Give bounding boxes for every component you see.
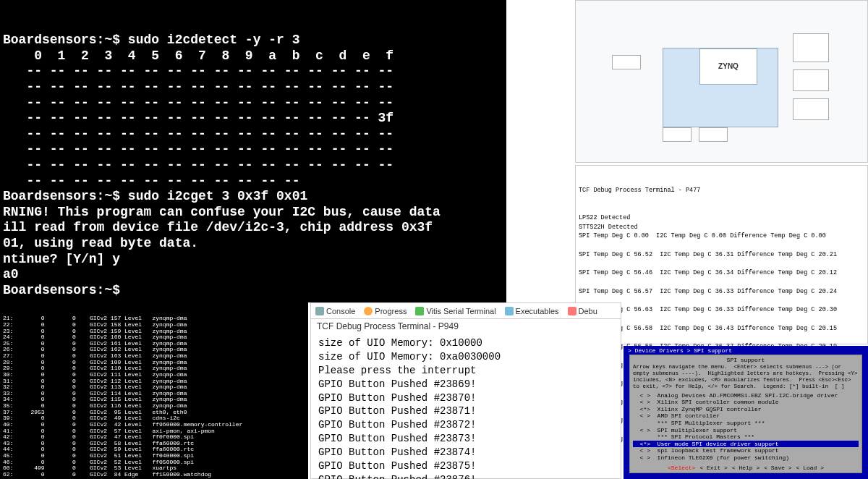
tab-console[interactable]: Console [315,307,355,315]
menuconfig-item[interactable]: < > SPI multiplexer support [633,427,859,434]
diag-block [793,33,829,62]
menuconfig-list[interactable]: < > Analog Devices AD-FMCOMMS1-EBZ SPI-I… [633,392,859,462]
menuconfig-button[interactable]: < Load > [796,465,824,472]
zynq-chip-block: ZYNQ [663,48,778,127]
menuconfig-button[interactable]: < Exit > [699,465,727,472]
menuconfig-button[interactable]: <Select> [668,465,695,472]
menuconfig-item[interactable]: *** SPI Protocol Masters *** [633,433,859,441]
menuconfig-breadcrumb: > Device Drivers > SPI support [625,347,867,354]
tab-serial-terminal[interactable]: Vitis Serial Terminal [415,307,495,315]
console-icon [315,307,324,315]
kernel-menuconfig[interactable]: > Device Drivers > SPI support SPI suppo… [624,346,868,479]
diag-block [699,127,728,142]
tab-executables[interactable]: Executables [505,307,559,315]
vitis-tabbar: Console Progress Vitis Serial Terminal E… [311,303,621,319]
debug-icon [568,307,576,315]
i2c-terminal[interactable]: Boardsensors:~$ sudo i2cdetect -y -r 3 0… [0,0,506,302]
zynq-label: ZYNQ [699,48,757,85]
menuconfig-item[interactable]: < > Xilinx SPI controller common module [633,399,859,406]
menuconfig-button[interactable]: < Help > [732,465,760,472]
diag-block [612,55,641,69]
tab-progress[interactable]: Progress [364,307,407,315]
executables-icon [505,307,514,315]
menuconfig-item[interactable]: *** SPI Multiplexer support *** [633,420,859,427]
menuconfig-item[interactable]: <*> Xilinx ZynqMP GQSPI controller [633,406,859,413]
menuconfig-box-title: SPI support [633,357,859,364]
menuconfig-button[interactable]: < Save > [764,465,791,472]
block-diagram: ZYNQ [575,0,868,163]
progress-icon [364,307,373,315]
diag-block [793,98,829,120]
terminal-content: Boardsensors:~$ sudo i2cdetect -y -r 3 0… [3,33,503,298]
irq-body: 21: 0 0 GICv2 157 Level zynqmp-dma 22: 0… [3,315,305,479]
menuconfig-box: SPI support Arrow keys navigate the menu… [629,355,862,473]
vitis-terminal-title: TCF Debug Process Terminal - P949 [311,319,621,334]
debug-title: TCF Debug Process Terminal - P477 [579,186,864,195]
menuconfig-item[interactable]: < > AMD SPI controller [633,412,859,420]
proc-interrupts[interactable]: 21: 0 0 GICv2 157 Level zynqmp-dma 22: 0… [0,302,308,479]
menuconfig-instructions: Arrow keys navigate the menu. <Enter> se… [633,364,859,390]
menuconfig-item[interactable]: < > Infineon TLE62X0 (for power switchin… [633,454,859,462]
diag-block [793,69,829,91]
menuconfig-buttons: <Select>< Exit >< Help >< Save >< Load > [633,465,859,472]
vitis-terminal-body[interactable]: size of UIO Memory: 0x10000 size of UIO … [311,334,621,479]
menuconfig-item[interactable]: <*> User mode SPI device driver support [633,441,859,448]
menuconfig-item[interactable]: < > spi loopback test framework support [633,447,859,454]
diag-block [663,127,692,142]
tab-debug[interactable]: Debu [568,307,597,315]
vitis-console-panel: Console Progress Vitis Serial Terminal E… [310,302,621,479]
terminal-icon [415,307,424,315]
menuconfig-item[interactable]: < > Analog Devices AD-FMCOMMS1-EBZ SPI-I… [633,392,859,399]
